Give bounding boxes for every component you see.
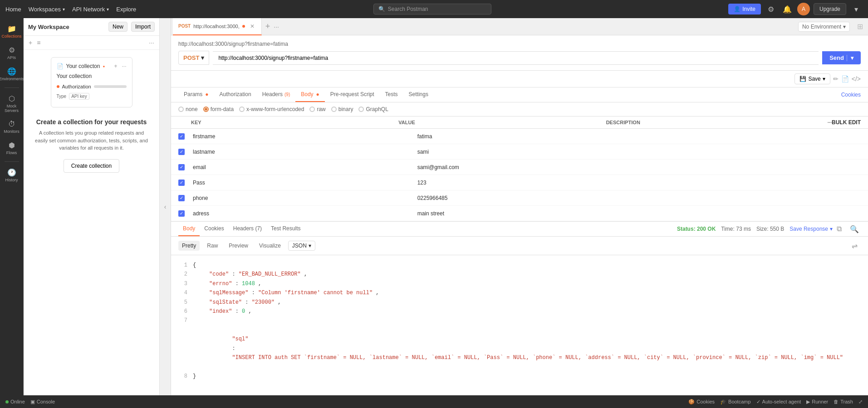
row-checkbox-2[interactable]: ✓ xyxy=(178,149,191,155)
row-value-6[interactable]: main street xyxy=(416,210,640,217)
response-test-results-tab[interactable]: Test Results xyxy=(266,222,305,236)
row-value-3[interactable]: sami@gmail.com xyxy=(416,164,640,170)
collapse-panel-button[interactable]: ‹ xyxy=(160,201,171,212)
documentation-icon[interactable]: 📄 xyxy=(841,75,849,83)
authorization-tab[interactable]: Authorization xyxy=(214,87,257,102)
response-body-tab[interactable]: Body xyxy=(178,222,200,236)
nav-explore[interactable]: Explore xyxy=(116,6,136,13)
row-key-5[interactable]: phone xyxy=(191,195,416,201)
expand-button[interactable]: ⤢ xyxy=(858,399,863,405)
copy-response-icon[interactable]: ⧉ xyxy=(833,223,845,235)
create-collection-button[interactable]: Create collection xyxy=(64,159,119,173)
filter-icon[interactable]: ⇌ xyxy=(848,239,861,252)
none-option[interactable]: none xyxy=(178,106,198,112)
sidebar-item-monitors[interactable]: ⏱ Monitors xyxy=(1,117,23,136)
json-format-selector[interactable]: JSON ▾ xyxy=(288,241,315,251)
preview-format-tab[interactable]: Preview xyxy=(225,241,252,251)
row-key-2[interactable]: lastname xyxy=(191,149,416,155)
code-view-icon[interactable]: </> xyxy=(852,75,861,83)
invite-button[interactable]: 👤 Invite xyxy=(728,4,761,15)
visualize-format-tab[interactable]: Visualize xyxy=(255,241,284,251)
save-button[interactable]: 💾 Save ▾ xyxy=(794,73,830,84)
cookies-status-button[interactable]: 🍪 Cookies xyxy=(688,399,715,405)
send-button[interactable]: Send ▾ xyxy=(822,51,861,64)
search-bar[interactable]: 🔍 Search Postman xyxy=(373,4,491,15)
save-response-button[interactable]: Save Response ▾ xyxy=(790,226,833,232)
raw-radio[interactable] xyxy=(309,107,315,112)
row-value-1[interactable]: fatima xyxy=(416,133,640,140)
row-value-4[interactable]: 123 xyxy=(416,180,640,186)
online-status[interactable]: Online xyxy=(5,399,25,404)
pre-request-script-tab[interactable]: Pre-request Script xyxy=(325,87,380,102)
runner-button[interactable]: ▶ Runner xyxy=(806,399,828,405)
row-checkbox-6[interactable]: ✓ xyxy=(178,210,191,217)
row-checkbox-4[interactable]: ✓ xyxy=(178,180,191,186)
more-options-button[interactable]: ··· xyxy=(147,38,156,48)
row-checkbox-5[interactable]: ✓ xyxy=(178,195,191,201)
none-radio[interactable] xyxy=(178,107,184,112)
method-selector[interactable]: POST ▾ xyxy=(178,51,209,65)
console-button[interactable]: ▣ Console xyxy=(30,399,55,405)
row-key-6[interactable]: adress xyxy=(191,210,416,217)
binary-radio[interactable] xyxy=(331,107,337,112)
sort-button[interactable]: ≡ xyxy=(35,38,42,48)
row-key-1[interactable]: firstname xyxy=(191,133,416,140)
sidebar-item-collections[interactable]: 📁 Collections xyxy=(1,22,23,41)
params-tab[interactable]: Params ● xyxy=(178,87,214,102)
sidebar-item-apis[interactable]: ⚙ APIs xyxy=(1,43,23,63)
bulk-edit-button[interactable]: Bulk Edit xyxy=(832,119,861,126)
row-checkbox-1[interactable]: ✓ xyxy=(178,133,191,140)
row-key-3[interactable]: email xyxy=(191,164,416,170)
upgrade-button[interactable]: Upgrade xyxy=(814,3,846,15)
sidebar-item-history[interactable]: 🕐 History xyxy=(1,165,23,185)
form-data-option[interactable]: form-data xyxy=(203,106,234,112)
trash-button[interactable]: 🗑 Trash xyxy=(834,399,853,404)
search-response-icon[interactable]: 🔍 xyxy=(848,223,861,235)
raw-option[interactable]: raw xyxy=(309,106,325,112)
active-request-tab[interactable]: POST http://localhost:3000, ✕ xyxy=(173,18,262,35)
new-button[interactable]: New xyxy=(108,22,128,32)
sidebar-item-environments[interactable]: 🌐 Environments xyxy=(1,64,23,84)
import-button[interactable]: Import xyxy=(131,22,155,32)
row-checkbox-3[interactable]: ✓ xyxy=(178,164,191,170)
user-avatar[interactable]: A xyxy=(797,3,810,15)
add-collection-button[interactable]: + xyxy=(27,38,34,48)
more-options-icon[interactable]: ▾ xyxy=(850,3,863,15)
pretty-format-tab[interactable]: Pretty xyxy=(178,241,200,251)
tab-more-options[interactable]: ··· xyxy=(274,23,279,30)
json-response-body[interactable]: 1 { 2 "code" : "ER_BAD_NULL_ERROR" , 3 xyxy=(171,255,868,395)
body-tab[interactable]: Body ● xyxy=(295,87,325,102)
headers-tab[interactable]: Headers (9) xyxy=(257,87,296,102)
graphql-option[interactable]: GraphQL xyxy=(358,106,388,112)
bootcamp-button[interactable]: 🎓 Bootcamp xyxy=(720,399,751,405)
sidebar-item-mock-servers[interactable]: ⬡ Mock Servers xyxy=(1,92,23,116)
nav-home[interactable]: Home xyxy=(5,6,21,13)
nav-workspaces[interactable]: Workspaces ▾ xyxy=(29,6,65,13)
new-tab-button[interactable]: + xyxy=(262,22,274,31)
auto-select-agent-button[interactable]: ✓ Auto-select agent xyxy=(756,399,801,405)
row-value-5[interactable]: 0225966485 xyxy=(416,195,640,201)
raw-format-tab[interactable]: Raw xyxy=(203,241,221,251)
notifications-icon[interactable]: 🔔 xyxy=(781,3,794,15)
nav-api-network[interactable]: API Network ▾ xyxy=(72,6,109,13)
row-key-4[interactable]: Pass xyxy=(191,180,416,186)
sidebar-item-flows[interactable]: ⬢ Flows xyxy=(1,138,23,158)
binary-option[interactable]: binary xyxy=(331,106,353,112)
send-chevron-icon[interactable]: ▾ xyxy=(847,55,853,61)
collection-more-icon[interactable]: ··· xyxy=(122,63,126,69)
environment-selector[interactable]: No Environment ▾ xyxy=(798,22,850,32)
graphql-radio[interactable] xyxy=(358,107,364,112)
urlencoded-radio[interactable] xyxy=(239,107,245,112)
collection-plus-icon[interactable]: + xyxy=(114,63,117,69)
close-tab-button[interactable]: ✕ xyxy=(249,23,256,30)
form-data-radio[interactable] xyxy=(203,107,209,112)
tests-tab[interactable]: Tests xyxy=(380,87,403,102)
settings-icon[interactable]: ⚙ xyxy=(765,3,777,15)
row-value-2[interactable]: sami xyxy=(416,149,640,155)
response-headers-tab[interactable]: Headers (7) xyxy=(229,222,266,236)
edit-icon[interactable]: ✏ xyxy=(833,75,839,83)
response-cookies-tab[interactable]: Cookies xyxy=(200,222,228,236)
settings-tab[interactable]: Settings xyxy=(403,87,434,102)
grid-view-icon[interactable]: ⊞ xyxy=(853,20,866,33)
urlencoded-option[interactable]: x-www-form-urlencoded xyxy=(239,106,304,112)
